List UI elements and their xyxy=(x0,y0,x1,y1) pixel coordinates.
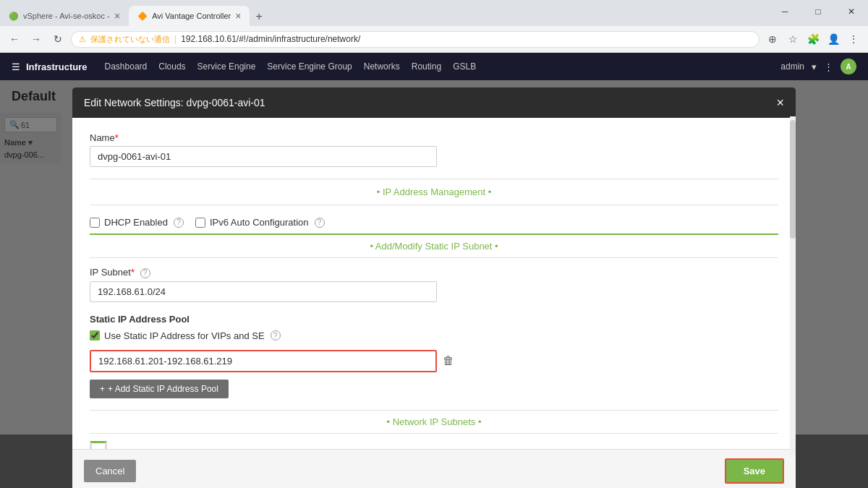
bookmark-button[interactable]: ☆ xyxy=(784,30,801,48)
app-title: Infrastructure xyxy=(26,61,88,72)
add-static-ip-pool-button[interactable]: + + Add Static IP Address Pool xyxy=(90,380,229,398)
tab-vsphere[interactable]: 🟢 vSphere - Avi-se-oskoc - サマリ × xyxy=(0,6,129,26)
dhcp-help-icon[interactable]: ? xyxy=(174,218,184,228)
ip-pool-row: 🗑 xyxy=(90,350,778,372)
tab-bar: 🟢 vSphere - Avi-se-oskoc - サマリ × 🔶 Avi V… xyxy=(0,0,868,26)
nav-clouds[interactable]: Clouds xyxy=(158,61,185,72)
page-background: Default 🔍 61 Name ▾ dvpg-006... Edit Net… xyxy=(0,80,868,435)
forward-button[interactable]: → xyxy=(27,30,45,48)
back-button[interactable]: ← xyxy=(6,30,23,48)
header-right: admin ▾ ⋮ A xyxy=(780,59,856,74)
address-bar[interactable]: ⚠ 保護されていない通信 | 192.168.10.61/#!/admin/in… xyxy=(71,31,760,48)
name-input[interactable] xyxy=(90,146,437,167)
use-static-checkbox[interactable] xyxy=(90,330,100,341)
extensions-button[interactable]: 🧩 xyxy=(804,30,822,48)
edit-network-modal: Edit Network Settings: dvpg-0061-avi-01 … xyxy=(72,87,796,488)
static-pool-label: Static IP Address Pool xyxy=(90,314,778,325)
modal-header: Edit Network Settings: dvpg-0061-avi-01 … xyxy=(72,87,796,118)
tab-avi-close[interactable]: × xyxy=(235,10,241,22)
modal-title: Edit Network Settings: dvpg-0061-avi-01 xyxy=(84,97,265,108)
ip-subnet-input[interactable] xyxy=(90,281,437,302)
tab-vsphere-title: vSphere - Avi-se-oskoc - サマリ xyxy=(23,11,110,22)
nav-routing[interactable]: Routing xyxy=(412,61,441,72)
loading-indicator xyxy=(90,434,778,450)
dhcp-enabled-item: DHCP Enabled ? xyxy=(90,217,184,228)
add-btn-label: + Add Static IP Address Pool xyxy=(108,384,218,394)
tab-avi[interactable]: 🔶 Avi Vantage Controller × xyxy=(129,6,250,26)
url-text: 192.168.10.61/#!/admin/infrastructure/ne… xyxy=(181,34,360,44)
subnet-required-indicator: * xyxy=(131,267,135,278)
app-header: ☰ Infrastructure Dashboard Clouds Servic… xyxy=(0,53,868,80)
network-subnets-header: • Network IP Subnets • xyxy=(90,411,778,434)
nav-networks[interactable]: Networks xyxy=(364,61,400,72)
ip-mgmt-checkboxes: DHCP Enabled ? IPv6 Auto Configuration ? xyxy=(90,217,778,228)
use-static-label: Use Static IP Address for VIPs and SE xyxy=(104,330,265,341)
tab-vsphere-favicon: 🟢 xyxy=(9,12,19,21)
warning-text: 保護されていない通信 xyxy=(90,34,170,45)
modal-close-button[interactable]: × xyxy=(776,96,784,109)
avi-logo-icon: A xyxy=(841,59,856,74)
ip-subnet-label: IP Subnet* ? xyxy=(90,267,778,278)
add-btn-icon: + xyxy=(100,384,105,394)
modal-footer: Cancel Save xyxy=(72,449,796,488)
ipv6-help-icon[interactable]: ? xyxy=(315,218,325,228)
security-warning-icon: ⚠ xyxy=(79,35,86,44)
ipv6-checkbox[interactable] xyxy=(195,218,205,228)
browser-controls: ← → ↻ ⚠ 保護されていない通信 | 192.168.10.61/#!/ad… xyxy=(0,26,868,53)
minimize-button[interactable]: ─ xyxy=(768,0,801,23)
hamburger-menu-icon[interactable]: ☰ xyxy=(12,61,20,72)
address-separator: | xyxy=(174,34,176,44)
nav-service-engine[interactable]: Service Engine xyxy=(197,61,256,72)
use-static-row: Use Static IP Address for VIPs and SE ? xyxy=(90,330,778,341)
name-field-group: Name* xyxy=(90,132,778,167)
nav-service-engine-group[interactable]: Service Engine Group xyxy=(267,61,352,72)
ip-mgmt-section-divider: • IP Address Management • xyxy=(90,179,778,205)
nav-items: Dashboard Clouds Service Engine Service … xyxy=(105,61,477,72)
maximize-button[interactable]: □ xyxy=(801,0,835,23)
window-controls: ─ □ ✕ xyxy=(768,0,868,23)
ipv6-auto-item: IPv6 Auto Configuration ? xyxy=(195,217,325,228)
dropdown-icon[interactable]: ▾ xyxy=(812,61,817,72)
more-options-icon[interactable]: ⋮ xyxy=(824,61,833,72)
translate-button[interactable]: ⊕ xyxy=(764,30,781,48)
reload-button[interactable]: ↻ xyxy=(49,30,67,48)
static-ip-pool-group: Static IP Address Pool Use Static IP Add… xyxy=(90,314,778,398)
tab-avi-favicon: 🔶 xyxy=(137,12,148,21)
subnet-help-icon[interactable]: ? xyxy=(140,268,150,278)
dhcp-label: DHCP Enabled xyxy=(104,217,168,228)
browser-window: ─ □ ✕ 🟢 vSphere - Avi-se-oskoc - サマリ × 🔶… xyxy=(0,0,868,53)
profile-button[interactable]: 👤 xyxy=(825,30,842,48)
close-button[interactable]: ✕ xyxy=(835,0,868,23)
ipv6-label: IPv6 Auto Configuration xyxy=(210,217,309,228)
cancel-button[interactable]: Cancel xyxy=(84,460,136,482)
new-tab-button[interactable]: + xyxy=(250,7,268,26)
ip-pool-input[interactable] xyxy=(90,350,437,372)
tab-vsphere-close[interactable]: × xyxy=(114,10,120,22)
modal-body: Name* • IP Address Management • DHCP Ena… xyxy=(72,118,796,449)
spinner-icon xyxy=(90,441,107,450)
delete-pool-icon[interactable]: 🗑 xyxy=(443,354,454,367)
modal-overlay: Edit Network Settings: dvpg-0061-avi-01 … xyxy=(0,80,868,435)
tab-avi-title: Avi Vantage Controller xyxy=(152,12,231,20)
name-required-indicator: * xyxy=(115,132,119,143)
menu-button[interactable]: ⋮ xyxy=(845,30,862,48)
nav-gslb[interactable]: GSLB xyxy=(453,61,476,72)
dhcp-checkbox[interactable] xyxy=(90,218,100,228)
admin-label: admin xyxy=(780,61,804,72)
nav-dashboard[interactable]: Dashboard xyxy=(105,61,148,72)
browser-action-buttons: ⊕ ☆ 🧩 👤 ⋮ xyxy=(764,30,862,48)
name-label: Name* xyxy=(90,132,778,143)
ip-subnet-group: IP Subnet* ? xyxy=(90,267,778,302)
use-static-help-icon[interactable]: ? xyxy=(271,330,281,341)
modal-scrollbar[interactable] xyxy=(790,116,796,455)
modal-scrollbar-thumb[interactable] xyxy=(790,120,796,239)
save-button[interactable]: Save xyxy=(725,458,784,484)
static-subnet-section-header: • Add/Modify Static IP Subnet • xyxy=(90,235,778,258)
